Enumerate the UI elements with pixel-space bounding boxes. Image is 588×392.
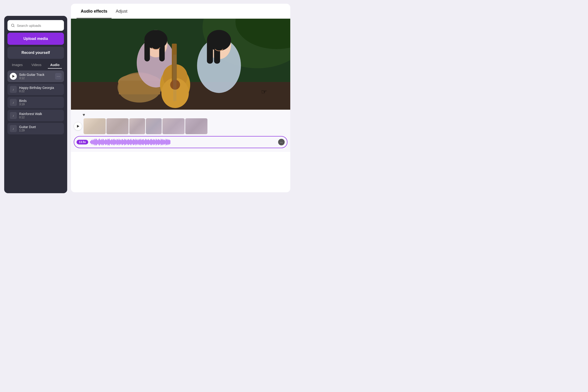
waveform-bar	[106, 140, 107, 145]
waveform-bar	[125, 140, 126, 145]
music-note-icon: ♪	[10, 112, 17, 119]
waveform-bar	[112, 140, 113, 144]
play-icon	[77, 125, 79, 128]
waveform-bar	[170, 140, 170, 144]
waveform-bar	[130, 140, 130, 145]
search-bar	[8, 20, 64, 31]
waveform-bar	[115, 140, 116, 145]
waveform-bar	[148, 139, 149, 145]
video-preview: ☞	[71, 19, 290, 110]
waveform-bar	[101, 139, 102, 145]
waveform-bar	[162, 139, 163, 145]
waveform-bar	[136, 140, 137, 144]
waveform-bar	[121, 140, 121, 144]
svg-rect-17	[207, 40, 213, 64]
more-options-button[interactable]: ···	[55, 73, 62, 80]
waveform-bar	[105, 140, 105, 144]
waveform-bar	[156, 139, 156, 145]
tab-videos[interactable]: Videos	[29, 62, 44, 68]
main-preview-area: ☞ ♥ 13.5s	[71, 19, 290, 192]
waveform-bar	[100, 140, 101, 144]
waveform-bar	[151, 139, 152, 145]
waveform-bar	[118, 140, 118, 144]
waveform-bar	[111, 140, 112, 145]
audio-duration: 0:12	[19, 116, 62, 119]
audio-info-birds: Birds 3:19	[19, 99, 62, 106]
waveform-bar	[119, 139, 119, 145]
audio-item-birds[interactable]: ♪ Birds 3:19	[8, 96, 64, 108]
waveform-bar	[134, 139, 134, 145]
waveform-bar	[145, 139, 146, 145]
waveform-bar	[124, 139, 125, 145]
waveform-bar	[138, 140, 139, 145]
waveform-bar	[140, 139, 141, 145]
search-icon	[11, 23, 15, 28]
audio-track-more-button[interactable]: ···	[278, 139, 285, 145]
media-type-tabs: Images Videos Audio	[8, 62, 64, 68]
tab-audio-effects[interactable]: Audio effects	[76, 4, 112, 18]
waveform-bar	[150, 139, 151, 145]
waveform-bar	[162, 140, 162, 145]
music-note-icon: ♪	[10, 86, 17, 93]
waveform-bar	[108, 139, 108, 145]
waveform-bar	[154, 140, 154, 144]
play-button-solo-guitar[interactable]	[10, 73, 17, 80]
record-yourself-button[interactable]: Record yourself	[8, 47, 64, 59]
waveform-visualization	[90, 138, 276, 146]
svg-point-23	[170, 80, 180, 90]
search-input[interactable]	[17, 24, 61, 28]
tab-images[interactable]: Images	[10, 62, 25, 68]
audio-item-guitar-duet[interactable]: ♪ Guitar Duet 1:29	[8, 123, 64, 134]
waveform-bar	[116, 140, 116, 144]
waveform-bar	[164, 140, 165, 144]
waveform-bar	[94, 139, 95, 145]
waveform-bar	[149, 140, 149, 144]
audio-waveform-track[interactable]: 13.5s ···	[74, 136, 288, 148]
waveform-bar	[168, 140, 168, 144]
waveform-bar	[154, 139, 155, 145]
waveform-bar	[159, 139, 159, 145]
waveform-bar	[128, 139, 128, 145]
waveform-bar	[100, 140, 100, 145]
svg-rect-12	[144, 40, 150, 61]
upload-media-button[interactable]: Upload media	[8, 33, 64, 45]
waveform-bar	[138, 140, 138, 144]
audio-duration: 1:29	[19, 129, 62, 132]
waveform-bar	[96, 138, 96, 146]
waveform-bar	[131, 139, 131, 145]
audio-item-rainforest-walk[interactable]: ♪ Rainforest Walk 0:12	[8, 110, 64, 121]
waveform-bar	[129, 140, 130, 144]
waveform-bar	[134, 140, 135, 145]
waveform-bar	[159, 140, 160, 144]
waveform-bar	[112, 139, 112, 145]
waveform-bar	[135, 140, 135, 144]
waveform-bar	[104, 140, 104, 144]
top-tab-bar: Audio effects Adjust	[71, 4, 290, 19]
audio-item-happy-birthday[interactable]: ♪ Happy Birthday Georgia 0:22	[8, 84, 64, 95]
waveform-bar	[136, 139, 136, 145]
waveform-bar	[102, 140, 102, 144]
timeline-play-button[interactable]	[74, 122, 82, 130]
audio-name: Birds	[19, 99, 62, 103]
audio-item-solo-guitar[interactable]: Solo Guitar Track 3:12 ···	[8, 70, 64, 82]
waveform-bar	[92, 140, 93, 144]
waveform-bar	[92, 140, 92, 144]
waveform-bar	[117, 139, 117, 145]
scene-svg	[71, 19, 290, 110]
waveform-bar	[122, 139, 122, 145]
waveform-bar	[126, 139, 126, 145]
tab-adjust[interactable]: Adjust	[112, 4, 132, 18]
waveform-bar	[152, 140, 152, 145]
audio-name: Solo Guitar Track	[19, 73, 53, 76]
waveform-bar	[144, 140, 144, 144]
waveform-bar	[160, 140, 160, 144]
audio-duration: 3:12	[19, 76, 53, 80]
heart-marker: ♥	[82, 112, 290, 117]
waveform-bar	[109, 138, 110, 146]
waveform-bar	[94, 140, 94, 144]
audio-duration: 0:22	[19, 90, 62, 93]
waveform-bar	[133, 139, 133, 145]
tab-audio[interactable]: Audio	[48, 62, 62, 68]
film-strip	[84, 118, 290, 134]
waveform-bar	[157, 140, 158, 144]
